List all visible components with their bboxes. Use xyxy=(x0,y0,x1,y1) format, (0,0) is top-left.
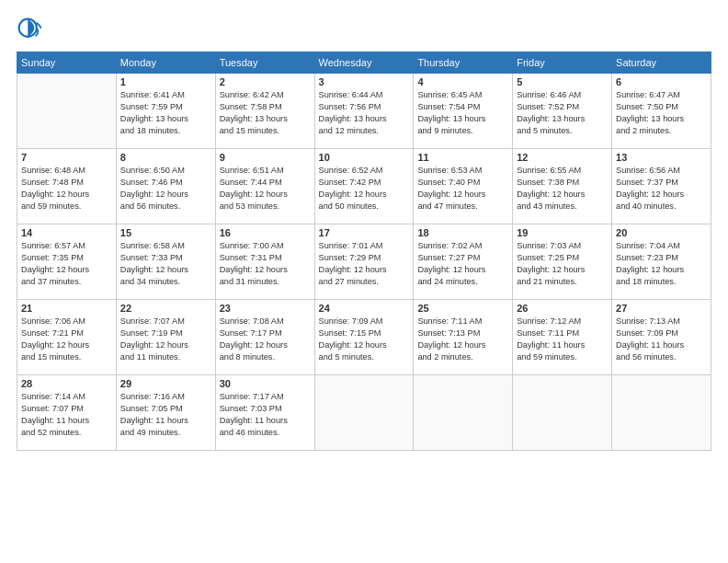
calendar-header-tuesday: Tuesday xyxy=(215,52,314,74)
day-number: 30 xyxy=(220,378,311,389)
calendar-cell xyxy=(314,375,414,451)
day-number: 10 xyxy=(319,152,410,163)
day-info: Sunrise: 6:56 AM Sunset: 7:37 PM Dayligh… xyxy=(616,165,707,213)
calendar-cell: 20Sunrise: 7:04 AM Sunset: 7:23 PM Dayli… xyxy=(612,224,711,300)
calendar-cell: 10Sunrise: 6:52 AM Sunset: 7:42 PM Dayli… xyxy=(314,149,414,224)
calendar-table: SundayMondayTuesdayWednesdayThursdayFrid… xyxy=(17,52,711,451)
calendar-cell xyxy=(414,375,513,451)
calendar-header-monday: Monday xyxy=(116,52,215,74)
calendar-cell: 24Sunrise: 7:09 AM Sunset: 7:15 PM Dayli… xyxy=(314,300,414,375)
day-info: Sunrise: 7:02 AM Sunset: 7:27 PM Dayligh… xyxy=(417,240,508,288)
day-info: Sunrise: 7:11 AM Sunset: 7:13 PM Dayligh… xyxy=(417,316,508,363)
day-number: 11 xyxy=(417,152,508,163)
day-number: 21 xyxy=(21,303,112,314)
day-info: Sunrise: 7:08 AM Sunset: 7:17 PM Dayligh… xyxy=(220,316,311,363)
day-info: Sunrise: 6:55 AM Sunset: 7:38 PM Dayligh… xyxy=(517,165,608,213)
day-info: Sunrise: 6:48 AM Sunset: 7:48 PM Dayligh… xyxy=(21,165,112,213)
day-number: 7 xyxy=(21,152,112,163)
calendar-header-wednesday: Wednesday xyxy=(314,52,414,74)
day-number: 26 xyxy=(517,303,608,314)
day-number: 2 xyxy=(220,76,311,87)
calendar-cell: 30Sunrise: 7:17 AM Sunset: 7:03 PM Dayli… xyxy=(215,375,314,451)
logo xyxy=(17,17,48,42)
calendar-cell: 25Sunrise: 7:11 AM Sunset: 7:13 PM Dayli… xyxy=(414,300,513,375)
calendar-cell: 16Sunrise: 7:00 AM Sunset: 7:31 PM Dayli… xyxy=(215,224,314,300)
calendar-week-row: 28Sunrise: 7:14 AM Sunset: 7:07 PM Dayli… xyxy=(17,375,711,451)
day-info: Sunrise: 6:41 AM Sunset: 7:59 PM Dayligh… xyxy=(120,89,211,137)
calendar-cell: 7Sunrise: 6:48 AM Sunset: 7:48 PM Daylig… xyxy=(17,149,117,224)
calendar-cell: 5Sunrise: 6:46 AM Sunset: 7:52 PM Daylig… xyxy=(513,74,612,149)
calendar-cell: 19Sunrise: 7:03 AM Sunset: 7:25 PM Dayli… xyxy=(513,224,612,300)
day-number: 23 xyxy=(220,303,311,314)
calendar-cell: 9Sunrise: 6:51 AM Sunset: 7:44 PM Daylig… xyxy=(215,149,314,224)
day-info: Sunrise: 6:52 AM Sunset: 7:42 PM Dayligh… xyxy=(319,165,410,213)
day-number: 24 xyxy=(319,303,410,314)
calendar-cell xyxy=(17,74,117,149)
day-number: 1 xyxy=(120,76,211,87)
day-number: 25 xyxy=(417,303,508,314)
calendar-cell: 12Sunrise: 6:55 AM Sunset: 7:38 PM Dayli… xyxy=(513,149,612,224)
calendar-cell: 13Sunrise: 6:56 AM Sunset: 7:37 PM Dayli… xyxy=(612,149,711,224)
day-number: 29 xyxy=(120,378,211,389)
calendar-cell: 14Sunrise: 6:57 AM Sunset: 7:35 PM Dayli… xyxy=(17,224,117,300)
day-number: 14 xyxy=(21,227,112,238)
day-info: Sunrise: 6:58 AM Sunset: 7:33 PM Dayligh… xyxy=(120,240,211,288)
calendar-cell: 29Sunrise: 7:16 AM Sunset: 7:05 PM Dayli… xyxy=(116,375,215,451)
calendar-week-row: 21Sunrise: 7:06 AM Sunset: 7:21 PM Dayli… xyxy=(17,300,711,375)
calendar-week-row: 1Sunrise: 6:41 AM Sunset: 7:59 PM Daylig… xyxy=(17,74,711,149)
day-info: Sunrise: 6:44 AM Sunset: 7:56 PM Dayligh… xyxy=(319,89,410,137)
calendar-header-friday: Friday xyxy=(513,52,612,74)
calendar-cell: 1Sunrise: 6:41 AM Sunset: 7:59 PM Daylig… xyxy=(116,74,215,149)
day-info: Sunrise: 7:14 AM Sunset: 7:07 PM Dayligh… xyxy=(21,391,112,439)
day-number: 4 xyxy=(417,76,508,87)
day-info: Sunrise: 6:45 AM Sunset: 7:54 PM Dayligh… xyxy=(417,89,508,137)
day-info: Sunrise: 7:16 AM Sunset: 7:05 PM Dayligh… xyxy=(120,391,211,439)
day-number: 19 xyxy=(517,227,608,238)
day-info: Sunrise: 6:57 AM Sunset: 7:35 PM Dayligh… xyxy=(21,240,112,288)
calendar-cell: 4Sunrise: 6:45 AM Sunset: 7:54 PM Daylig… xyxy=(414,74,513,149)
day-number: 27 xyxy=(616,303,707,314)
calendar-week-row: 14Sunrise: 6:57 AM Sunset: 7:35 PM Dayli… xyxy=(17,224,711,300)
day-info: Sunrise: 7:00 AM Sunset: 7:31 PM Dayligh… xyxy=(220,240,311,288)
calendar-cell xyxy=(513,375,612,451)
calendar-week-row: 7Sunrise: 6:48 AM Sunset: 7:48 PM Daylig… xyxy=(17,149,711,224)
calendar-cell: 6Sunrise: 6:47 AM Sunset: 7:50 PM Daylig… xyxy=(612,74,711,149)
day-info: Sunrise: 7:03 AM Sunset: 7:25 PM Dayligh… xyxy=(517,240,608,288)
calendar-cell: 22Sunrise: 7:07 AM Sunset: 7:19 PM Dayli… xyxy=(116,300,215,375)
day-info: Sunrise: 6:50 AM Sunset: 7:46 PM Dayligh… xyxy=(120,165,211,213)
day-number: 13 xyxy=(616,152,707,163)
day-number: 18 xyxy=(417,227,508,238)
day-number: 16 xyxy=(220,227,311,238)
calendar-cell: 23Sunrise: 7:08 AM Sunset: 7:17 PM Dayli… xyxy=(215,300,314,375)
day-info: Sunrise: 7:06 AM Sunset: 7:21 PM Dayligh… xyxy=(21,316,112,363)
calendar-cell: 11Sunrise: 6:53 AM Sunset: 7:40 PM Dayli… xyxy=(414,149,513,224)
day-number: 15 xyxy=(120,227,211,238)
day-info: Sunrise: 7:12 AM Sunset: 7:11 PM Dayligh… xyxy=(517,316,608,363)
calendar-header-sunday: Sunday xyxy=(17,52,117,74)
day-number: 5 xyxy=(517,76,608,87)
calendar-cell: 2Sunrise: 6:42 AM Sunset: 7:58 PM Daylig… xyxy=(215,74,314,149)
day-info: Sunrise: 7:01 AM Sunset: 7:29 PM Dayligh… xyxy=(319,240,410,288)
calendar-header-saturday: Saturday xyxy=(612,52,711,74)
day-number: 6 xyxy=(616,76,707,87)
calendar-header-row: SundayMondayTuesdayWednesdayThursdayFrid… xyxy=(17,52,711,74)
day-info: Sunrise: 6:42 AM Sunset: 7:58 PM Dayligh… xyxy=(220,89,311,137)
day-number: 20 xyxy=(616,227,707,238)
calendar-cell: 18Sunrise: 7:02 AM Sunset: 7:27 PM Dayli… xyxy=(414,224,513,300)
calendar-cell: 8Sunrise: 6:50 AM Sunset: 7:46 PM Daylig… xyxy=(116,149,215,224)
calendar-cell: 28Sunrise: 7:14 AM Sunset: 7:07 PM Dayli… xyxy=(17,375,117,451)
calendar-cell: 27Sunrise: 7:13 AM Sunset: 7:09 PM Dayli… xyxy=(612,300,711,375)
calendar-cell: 3Sunrise: 6:44 AM Sunset: 7:56 PM Daylig… xyxy=(314,74,414,149)
day-info: Sunrise: 7:13 AM Sunset: 7:09 PM Dayligh… xyxy=(616,316,707,363)
calendar-cell: 21Sunrise: 7:06 AM Sunset: 7:21 PM Dayli… xyxy=(17,300,117,375)
day-number: 28 xyxy=(21,378,112,389)
day-info: Sunrise: 7:09 AM Sunset: 7:15 PM Dayligh… xyxy=(319,316,410,363)
calendar-header-thursday: Thursday xyxy=(414,52,513,74)
day-info: Sunrise: 7:04 AM Sunset: 7:23 PM Dayligh… xyxy=(616,240,707,288)
day-number: 22 xyxy=(120,303,211,314)
day-info: Sunrise: 6:47 AM Sunset: 7:50 PM Dayligh… xyxy=(616,89,707,137)
calendar-cell xyxy=(612,375,711,451)
day-number: 12 xyxy=(517,152,608,163)
day-info: Sunrise: 7:17 AM Sunset: 7:03 PM Dayligh… xyxy=(220,391,311,439)
calendar-cell: 26Sunrise: 7:12 AM Sunset: 7:11 PM Dayli… xyxy=(513,300,612,375)
